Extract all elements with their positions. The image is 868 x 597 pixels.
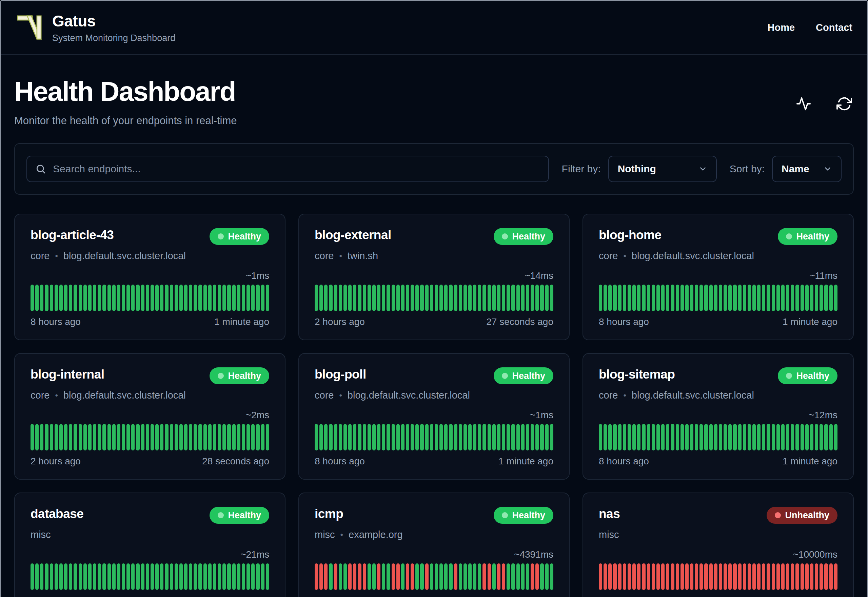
uptime-bar-success[interactable] [64, 285, 67, 311]
uptime-bar-success[interactable] [647, 424, 650, 450]
uptime-bar-success[interactable] [344, 563, 347, 590]
uptime-bar-success[interactable] [483, 285, 486, 311]
uptime-bar-success[interactable] [179, 424, 183, 450]
uptime-bar-success[interactable] [613, 285, 616, 311]
uptime-bar-failure[interactable] [392, 563, 395, 590]
uptime-bar-success[interactable] [117, 285, 120, 311]
uptime-bar-success[interactable] [208, 285, 212, 311]
uptime-bar-success[interactable] [786, 424, 789, 450]
uptime-bar-success[interactable] [146, 285, 149, 311]
uptime-bar-success[interactable] [473, 424, 476, 450]
uptime-bar-success[interactable] [392, 285, 395, 311]
uptime-bar-success[interactable] [795, 285, 799, 311]
uptime-bar-success[interactable] [516, 285, 520, 311]
uptime-bar-success[interactable] [213, 563, 216, 590]
uptime-bar-success[interactable] [690, 285, 693, 311]
uptime-bar-success[interactable] [108, 424, 111, 450]
uptime-bar-success[interactable] [194, 424, 197, 450]
uptime-bar-success[interactable] [733, 285, 736, 311]
uptime-bar-failure[interactable] [656, 563, 660, 590]
uptime-bar-success[interactable] [762, 285, 765, 311]
uptime-bar-failure[interactable] [834, 563, 837, 590]
uptime-bar-success[interactable] [618, 285, 622, 311]
uptime-bar-failure[interactable] [824, 563, 828, 590]
uptime-bar-failure[interactable] [348, 563, 352, 590]
uptime-bar-success[interactable] [815, 424, 818, 450]
uptime-bar-success[interactable] [203, 424, 207, 450]
uptime-bar-success[interactable] [98, 424, 101, 450]
uptime-bar-failure[interactable] [599, 563, 602, 590]
uptime-bar-success[interactable] [261, 285, 264, 311]
uptime-bar-success[interactable] [184, 424, 188, 450]
uptime-bar-success[interactable] [339, 285, 342, 311]
uptime-bar-success[interactable] [599, 285, 602, 311]
uptime-bar-failure[interactable] [315, 563, 318, 590]
uptime-bar-success[interactable] [507, 424, 510, 450]
uptime-bar-success[interactable] [748, 424, 751, 450]
uptime-bar-success[interactable] [165, 285, 168, 311]
uptime-bar-success[interactable] [666, 285, 669, 311]
filter-select[interactable]: Nothing [608, 156, 717, 182]
uptime-bar-success[interactable] [353, 285, 356, 311]
uptime-bar-success[interactable] [31, 285, 34, 311]
uptime-bar-success[interactable] [652, 285, 655, 311]
uptime-bar-success[interactable] [237, 563, 240, 590]
uptime-bar-success[interactable] [126, 424, 130, 450]
uptime-bar-failure[interactable] [748, 563, 751, 590]
uptime-bar-failure[interactable] [695, 563, 698, 590]
uptime-bar-failure[interactable] [425, 563, 428, 590]
uptime-bar-failure[interactable] [324, 563, 327, 590]
uptime-bar-success[interactable] [203, 563, 207, 590]
uptime-bar-success[interactable] [131, 563, 135, 590]
uptime-bar-success[interactable] [772, 424, 775, 450]
uptime-bar-success[interactable] [805, 285, 809, 311]
uptime-bar-success[interactable] [420, 563, 424, 590]
uptime-bar-success[interactable] [165, 424, 168, 450]
uptime-bar-success[interactable] [256, 424, 259, 450]
uptime-bar-success[interactable] [45, 563, 48, 590]
uptime-bar-success[interactable] [473, 563, 476, 590]
uptime-bar-success[interactable] [329, 563, 332, 590]
uptime-bar-success[interactable] [454, 424, 458, 450]
uptime-bar-success[interactable] [829, 424, 833, 450]
uptime-bar-failure[interactable] [728, 563, 732, 590]
uptime-bar-success[interactable] [671, 285, 674, 311]
uptime-bar-success[interactable] [222, 563, 226, 590]
uptime-bar-success[interactable] [203, 285, 207, 311]
uptime-bar-failure[interactable] [676, 563, 679, 590]
uptime-bar-failure[interactable] [815, 563, 818, 590]
uptime-bar-failure[interactable] [353, 563, 356, 590]
uptime-bar-success[interactable] [516, 563, 520, 590]
uptime-bar-success[interactable] [444, 424, 447, 450]
uptime-bar-success[interactable] [334, 285, 337, 311]
uptime-bar-success[interactable] [363, 424, 366, 450]
uptime-bar-success[interactable] [680, 285, 684, 311]
uptime-bar-success[interactable] [521, 563, 524, 590]
refresh-icon[interactable] [836, 96, 852, 112]
uptime-bar-success[interactable] [198, 563, 202, 590]
uptime-bar-success[interactable] [454, 285, 458, 311]
uptime-bar-success[interactable] [724, 424, 727, 450]
uptime-bar-success[interactable] [108, 563, 111, 590]
uptime-bar-success[interactable] [246, 285, 250, 311]
uptime-bar-success[interactable] [136, 424, 139, 450]
uptime-bar-success[interactable] [599, 424, 602, 450]
uptime-bar-failure[interactable] [671, 563, 674, 590]
uptime-bar-success[interactable] [690, 424, 693, 450]
uptime-bar-success[interactable] [801, 424, 804, 450]
uptime-bar-success[interactable] [367, 424, 371, 450]
uptime-bar-success[interactable] [175, 563, 178, 590]
uptime-bar-success[interactable] [175, 285, 178, 311]
uptime-bar-success[interactable] [315, 424, 318, 450]
uptime-bar-success[interactable] [623, 424, 626, 450]
uptime-bar-failure[interactable] [623, 563, 626, 590]
uptime-bar-success[interactable] [141, 285, 144, 311]
uptime-bar-failure[interactable] [535, 563, 539, 590]
uptime-bar-success[interactable] [117, 424, 120, 450]
uptime-bar-success[interactable] [112, 563, 116, 590]
uptime-bar-failure[interactable] [613, 563, 616, 590]
uptime-bar-success[interactable] [507, 563, 510, 590]
uptime-bar-success[interactable] [251, 424, 255, 450]
uptime-bar-success[interactable] [435, 563, 438, 590]
uptime-bar-success[interactable] [656, 285, 660, 311]
